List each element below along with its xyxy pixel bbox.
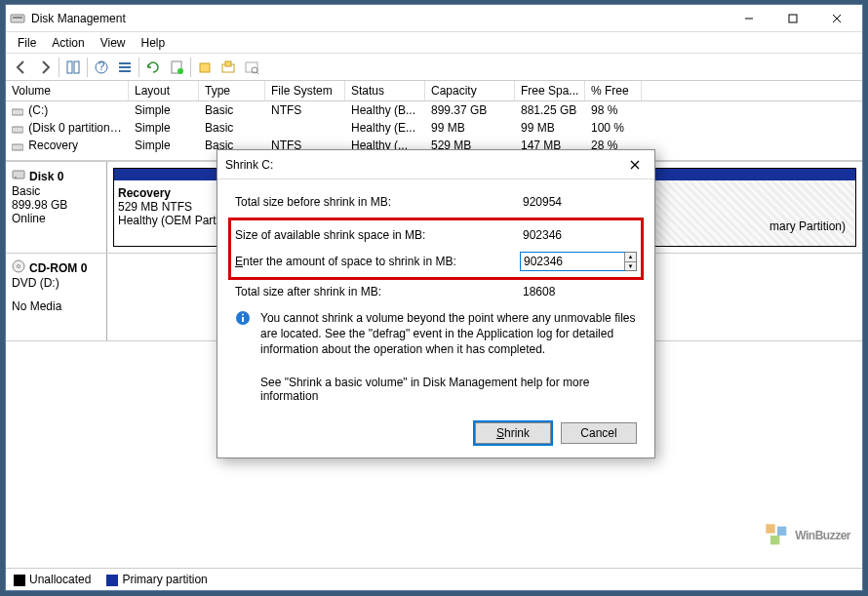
cdrom-drive: DVD (D:) xyxy=(12,276,100,290)
svg-rect-31 xyxy=(242,317,244,322)
col-freespace[interactable]: Free Spa... xyxy=(515,81,585,100)
svg-point-27 xyxy=(18,265,20,268)
cdrom-media: No Media xyxy=(12,299,100,313)
spin-down-button[interactable]: ▼ xyxy=(625,262,636,271)
watermark: WinBuzzer xyxy=(764,522,850,549)
menu-help[interactable]: Help xyxy=(134,34,174,52)
info-icon xyxy=(235,310,253,358)
svg-rect-34 xyxy=(777,527,786,536)
disk0-status: Online xyxy=(12,212,100,225)
cancel-button[interactable]: Cancel xyxy=(561,422,637,444)
total-before-value xyxy=(520,193,637,211)
recovery-status: Healthy (OEM Part xyxy=(118,214,225,227)
volume-list-header: Volume Layout Type File System Status Ca… xyxy=(6,81,862,101)
svg-rect-7 xyxy=(74,61,79,73)
col-status[interactable]: Status xyxy=(345,81,425,100)
volume-row[interactable]: (Disk 0 partition 2)SimpleBasicHealthy (… xyxy=(6,119,862,137)
disk0-type: Basic xyxy=(12,184,100,198)
svg-rect-3 xyxy=(789,15,797,22)
shrink-amount-input[interactable] xyxy=(521,253,624,270)
cdrom-icon xyxy=(12,259,25,276)
back-button[interactable] xyxy=(10,56,33,79)
total-after-label: Total size after shrink in MB: xyxy=(235,285,520,298)
svg-rect-6 xyxy=(67,61,72,73)
dialog-close-button[interactable] xyxy=(615,150,654,179)
toolbar: ? xyxy=(6,54,862,81)
col-filesystem[interactable]: File System xyxy=(265,81,345,100)
svg-rect-35 xyxy=(770,536,779,544)
legend-primary: Primary partition xyxy=(122,573,207,586)
spin-up-button[interactable]: ▲ xyxy=(625,253,636,262)
svg-rect-24 xyxy=(13,171,24,179)
svg-rect-1 xyxy=(13,17,22,19)
highlighted-region: Size of available shrink space in MB: EE… xyxy=(231,220,641,277)
volume-icon xyxy=(12,124,23,134)
volume-icon xyxy=(12,106,23,116)
dialog-title: Shrink C: xyxy=(225,158,615,172)
enter-amount-label: EEnter the amount of space to shrink in … xyxy=(235,255,520,268)
svg-rect-12 xyxy=(119,70,131,72)
action1-button[interactable] xyxy=(193,56,217,79)
disk-icon xyxy=(12,168,25,184)
menu-action[interactable]: Action xyxy=(44,34,92,52)
settings-list-button[interactable] xyxy=(113,56,137,79)
svg-rect-15 xyxy=(200,63,210,72)
dialog-titlebar: Shrink C: xyxy=(217,150,654,179)
help-reference: See "Shrink a basic volume" in Disk Mana… xyxy=(260,376,637,403)
svg-rect-11 xyxy=(119,66,131,68)
show-hide-tree-button[interactable] xyxy=(61,56,85,79)
legend: Unallocated Primary partition xyxy=(6,568,862,590)
total-before-label: Total size before shrink in MB: xyxy=(235,195,520,209)
properties-button[interactable] xyxy=(165,56,188,79)
recovery-size: 529 MB NTFS xyxy=(118,200,225,214)
recovery-name: Recovery xyxy=(118,186,225,200)
shrink-dialog: Shrink C: Total size before shrink in MB… xyxy=(217,149,655,458)
minimize-button[interactable] xyxy=(727,5,770,32)
partition-recovery[interactable]: Recovery 529 MB NTFS Healthy (OEM Part xyxy=(113,168,230,247)
shrink-button[interactable]: Shrink xyxy=(475,422,551,444)
action2-button[interactable] xyxy=(217,56,240,79)
cdrom-info[interactable]: CD-ROM 0 DVD (D:) No Media xyxy=(6,254,107,340)
svg-line-20 xyxy=(256,72,258,74)
legend-unallocated: Unallocated xyxy=(29,573,91,586)
total-after-value xyxy=(520,283,637,300)
info-message: You cannot shrink a volume beyond the po… xyxy=(260,310,637,358)
svg-point-32 xyxy=(242,314,244,316)
window-title: Disk Management xyxy=(31,12,727,25)
svg-rect-23 xyxy=(12,144,23,150)
col-pctfree[interactable]: % Free xyxy=(585,81,642,100)
menubar: File Action View Help xyxy=(6,32,862,54)
close-button[interactable] xyxy=(814,5,858,32)
titlebar: Disk Management xyxy=(6,5,862,32)
svg-rect-33 xyxy=(767,524,775,533)
svg-point-14 xyxy=(178,68,183,74)
svg-text:?: ? xyxy=(99,60,105,73)
svg-rect-17 xyxy=(225,61,231,66)
disk0-size: 899.98 GB xyxy=(12,198,100,212)
svg-point-25 xyxy=(15,177,17,179)
col-type[interactable]: Type xyxy=(199,81,265,100)
app-icon xyxy=(10,11,25,26)
help-button[interactable]: ? xyxy=(90,56,113,79)
refresh-button[interactable] xyxy=(141,56,165,79)
action3-button[interactable] xyxy=(240,56,263,79)
menu-view[interactable]: View xyxy=(93,34,134,52)
col-capacity[interactable]: Capacity xyxy=(425,81,515,100)
col-layout[interactable]: Layout xyxy=(129,81,199,100)
cdrom-name: CD-ROM 0 xyxy=(29,261,87,275)
volume-icon xyxy=(12,141,23,151)
volume-row[interactable]: (C:)SimpleBasicNTFSHealthy (B...899.37 G… xyxy=(6,101,862,119)
disk0-info[interactable]: Disk 0 Basic 899.98 GB Online xyxy=(6,162,107,253)
menu-file[interactable]: File xyxy=(10,34,44,52)
svg-rect-10 xyxy=(119,62,131,64)
maximize-button[interactable] xyxy=(770,5,814,32)
svg-rect-21 xyxy=(12,109,23,115)
forward-button[interactable] xyxy=(33,56,57,79)
partition-main-status: mary Partition) xyxy=(769,219,846,233)
available-space-label: Size of available shrink space in MB: xyxy=(235,228,520,242)
available-space-value xyxy=(520,226,637,244)
svg-rect-22 xyxy=(12,127,23,133)
disk0-name: Disk 0 xyxy=(29,170,63,183)
col-volume[interactable]: Volume xyxy=(6,81,129,100)
